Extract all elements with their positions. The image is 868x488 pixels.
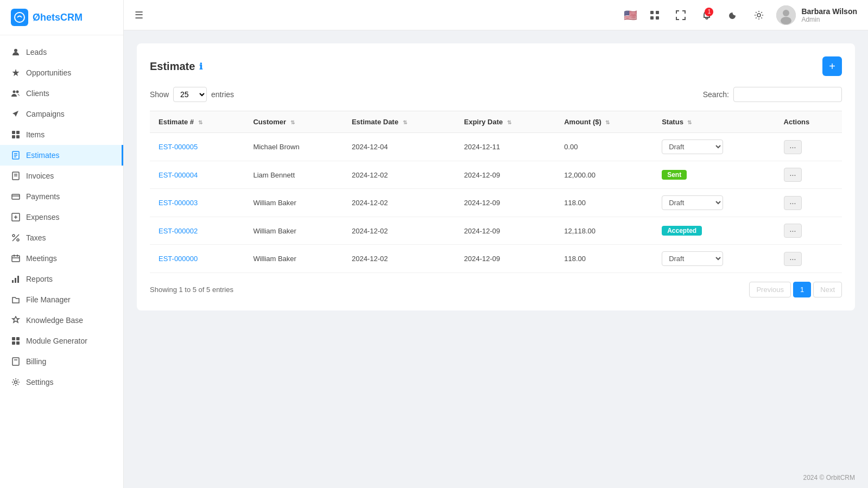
sidebar-item-leads[interactable]: Leads [0, 42, 123, 62]
sidebar-item-reports[interactable]: Reports [0, 269, 123, 289]
row-action-button[interactable]: ··· [784, 168, 802, 182]
nav-icon-campaigns [11, 109, 21, 119]
col-status[interactable]: Status ⇅ [653, 111, 775, 133]
estimate-link[interactable]: EST-000004 [159, 171, 198, 179]
cell-estimate-num: EST-000002 [150, 217, 244, 245]
sidebar-item-estimates[interactable]: Estimates [0, 145, 123, 166]
language-flag[interactable]: 🇺🇸 [624, 9, 637, 22]
show-label: Show [150, 90, 169, 99]
notification-badge: 1 [705, 8, 713, 16]
col-estimate-date[interactable]: Estimate Date ⇅ [343, 111, 455, 133]
sidebar-item-file-manager[interactable]: File Manager [0, 289, 123, 310]
sort-icon-status: ⇅ [687, 119, 692, 125]
row-action-button[interactable]: ··· [784, 224, 802, 238]
info-icon[interactable]: ℹ [199, 61, 202, 72]
main-content: Estimate ℹ + Show 25 10 50 100 entries [124, 30, 868, 467]
dark-mode-icon[interactable] [724, 7, 742, 24]
cell-customer: William Baker [244, 245, 343, 273]
col-customer[interactable]: Customer ⇅ [244, 111, 343, 133]
sidebar-label-module-generator: Module Generator [26, 337, 87, 345]
nav-icon-clients [11, 88, 21, 98]
sidebar-label-knowledge-base: Knowledge Base [26, 316, 83, 325]
next-button[interactable]: Next [813, 282, 842, 297]
status-select[interactable]: DraftSentAccepted [662, 195, 723, 210]
fullscreen-icon[interactable] [672, 7, 689, 24]
page-title-area: Estimate ℹ [150, 60, 202, 73]
sidebar-item-module-generator[interactable]: Module Generator [0, 331, 123, 351]
sidebar-item-clients[interactable]: Clients [0, 83, 123, 104]
cell-customer: Michael Brown [244, 133, 343, 161]
cell-status: DraftSentAccepted [653, 133, 775, 161]
entries-select[interactable]: 25 10 50 100 [173, 87, 207, 102]
svg-rect-37 [650, 11, 654, 14]
sidebar-item-meetings[interactable]: Meetings [0, 248, 123, 269]
svg-rect-5 [16, 131, 20, 134]
svg-rect-32 [12, 341, 15, 345]
nav-icon-file-manager [11, 295, 21, 305]
apps-grid-icon[interactable] [646, 7, 663, 24]
sidebar-item-billing[interactable]: Billing [0, 351, 123, 372]
estimate-link[interactable]: EST-000000 [159, 255, 198, 263]
sidebar-item-expenses[interactable]: Expenses [0, 207, 123, 227]
sidebar-item-items[interactable]: Items [0, 124, 123, 145]
estimate-link[interactable]: EST-000003 [159, 199, 198, 207]
cell-estimate-num: EST-000000 [150, 245, 244, 273]
page-1-button[interactable]: 1 [793, 282, 811, 297]
svg-point-0 [15, 12, 24, 22]
col-actions: Actions [775, 111, 842, 133]
previous-button[interactable]: Previous [749, 282, 791, 297]
logo-area[interactable]: ØhetsCRM [0, 0, 123, 35]
svg-rect-6 [12, 135, 15, 138]
col-amount[interactable]: Amount ($) ⇅ [555, 111, 653, 133]
add-estimate-button[interactable]: + [822, 56, 842, 76]
cell-amount: 0.00 [555, 133, 653, 161]
nav-icon-taxes [11, 233, 21, 243]
svg-point-3 [16, 91, 19, 93]
cell-amount: 118.00 [555, 245, 653, 273]
cell-expiry-date: 2024-12-09 [455, 245, 555, 273]
svg-point-44 [781, 17, 791, 24]
hamburger-menu[interactable]: ☰ [135, 9, 143, 21]
sidebar-label-items: Items [26, 130, 45, 139]
col-expiry-date[interactable]: Expiry Date ⇅ [455, 111, 555, 133]
sidebar-label-payments: Payments [26, 192, 60, 201]
sidebar-item-settings[interactable]: Settings [0, 372, 123, 392]
sidebar: ØhetsCRM Leads Opportunities Clients Cam… [0, 0, 124, 488]
search-input[interactable] [733, 87, 842, 102]
estimate-link[interactable]: EST-000002 [159, 227, 198, 235]
notifications-icon[interactable]: 1 [698, 7, 715, 24]
sidebar-label-leads: Leads [26, 48, 47, 56]
sidebar-item-payments[interactable]: Payments [0, 186, 123, 207]
status-select[interactable]: DraftSentAccepted [662, 251, 723, 266]
cell-estimate-date: 2024-12-02 [343, 217, 455, 245]
sort-icon-estimate-num: ⇅ [198, 119, 202, 125]
status-badge-sent: Sent [662, 170, 687, 180]
user-profile[interactable]: Barbara Wilson Admin [776, 5, 857, 25]
pagination: Previous 1 Next [749, 282, 842, 297]
estimates-table: Estimate # ⇅ Customer ⇅ Estimate Date ⇅ … [150, 111, 842, 273]
sidebar-item-opportunities[interactable]: Opportunities [0, 62, 123, 83]
status-select[interactable]: DraftSentAccepted [662, 140, 723, 154]
settings-gear-icon[interactable] [750, 7, 768, 24]
svg-rect-39 [650, 16, 654, 20]
row-action-button[interactable]: ··· [784, 252, 802, 266]
sidebar-item-campaigns[interactable]: Campaigns [0, 104, 123, 124]
cell-status: DraftSentAccepted [653, 189, 775, 217]
svg-rect-29 [17, 276, 19, 283]
showing-text: Showing 1 to 5 of 5 entries [150, 286, 233, 294]
cell-expiry-date: 2024-12-09 [455, 161, 555, 189]
table-row: EST-000003 William Baker 2024-12-02 2024… [150, 189, 842, 217]
row-action-button[interactable]: ··· [784, 196, 802, 210]
svg-point-1 [14, 49, 17, 52]
svg-rect-33 [16, 341, 20, 345]
sidebar-item-knowledge-base[interactable]: Knowledge Base [0, 310, 123, 331]
sidebar-navigation: Leads Opportunities Clients Campaigns It… [0, 35, 123, 488]
col-estimate-num[interactable]: Estimate # ⇅ [150, 111, 244, 133]
sidebar-item-taxes[interactable]: Taxes [0, 227, 123, 248]
row-action-button[interactable]: ··· [784, 140, 802, 154]
footer-text: 2024 © OrbitCRM [803, 474, 855, 481]
svg-rect-31 [16, 337, 20, 340]
sidebar-item-invoices[interactable]: Invoices [0, 166, 123, 186]
svg-rect-40 [656, 16, 659, 20]
estimate-link[interactable]: EST-000005 [159, 143, 198, 151]
